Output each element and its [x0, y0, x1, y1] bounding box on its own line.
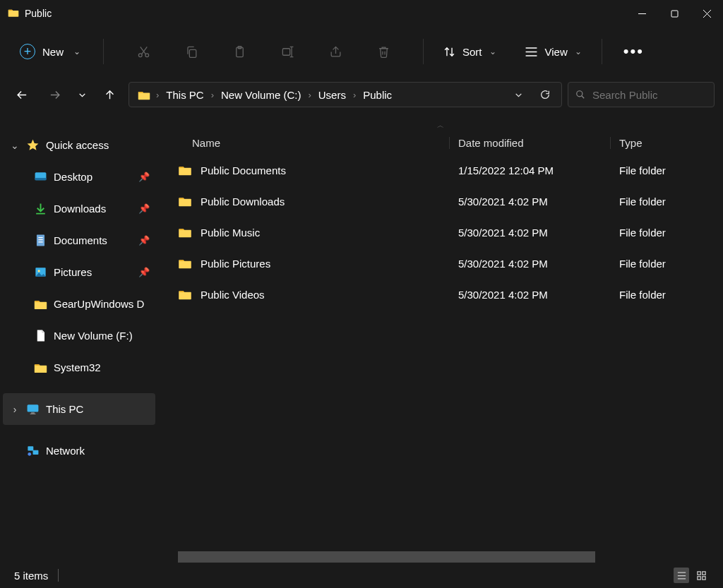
svg-rect-10 — [37, 235, 44, 246]
sidebar-item-downloads[interactable]: Downloads 📌 — [0, 193, 158, 224]
forward-button[interactable] — [41, 81, 68, 108]
refresh-button[interactable] — [533, 83, 557, 107]
file-name: Public Videos — [201, 289, 265, 301]
breadcrumb[interactable]: Users — [314, 86, 350, 104]
pin-icon: 📌 — [138, 172, 150, 182]
search-input[interactable] — [592, 89, 707, 101]
details-view-button[interactable] — [674, 568, 689, 583]
file-date: 5/30/2021 4:02 PM — [450, 227, 611, 239]
search-box[interactable] — [568, 82, 715, 107]
file-pane: ︿ Name Date modified Type Public Documen… — [158, 124, 723, 563]
address-dropdown[interactable] — [506, 83, 530, 107]
file-icon — [34, 329, 47, 342]
chevron-down-icon[interactable]: ⌄ — [10, 140, 20, 151]
cut-button[interactable] — [133, 42, 153, 61]
file-date: 5/30/2021 4:02 PM — [450, 258, 611, 270]
svg-point-18 — [28, 452, 31, 456]
folder-icon — [178, 227, 192, 238]
sidebar-item-label: New Volume (F:) — [54, 330, 133, 342]
breadcrumb[interactable]: Public — [359, 86, 396, 104]
sort-label: Sort — [462, 46, 482, 58]
svg-rect-16 — [28, 446, 33, 450]
column-type[interactable]: Type — [611, 137, 643, 149]
sidebar: ⌄ Quick access Desktop 📌 Downloads 📌 Doc… — [0, 124, 158, 563]
sidebar-item-label: Documents — [54, 234, 107, 246]
table-row[interactable]: Public Documents1/15/2022 12:04 PMFile f… — [158, 155, 723, 186]
desktop-icon — [34, 170, 47, 184]
sidebar-item-desktop[interactable]: Desktop 📌 — [0, 161, 158, 193]
breadcrumb[interactable]: New Volume (C:) — [217, 86, 305, 104]
table-row[interactable]: Public Pictures5/30/2021 4:02 PMFile fol… — [158, 248, 723, 279]
file-type: File folder — [611, 289, 666, 301]
folder-icon — [8, 8, 19, 19]
scrollbar-thumb[interactable] — [178, 551, 595, 563]
plus-icon: + — [20, 44, 35, 59]
sidebar-this-pc[interactable]: › This PC — [3, 393, 155, 425]
svg-point-1 — [138, 53, 142, 56]
breadcrumb[interactable]: This PC — [162, 86, 208, 104]
paste-button[interactable] — [229, 42, 249, 61]
document-icon — [34, 234, 47, 247]
toolbar: + New ⌄ Sort ⌄ View ⌄ ••• — [0, 27, 723, 76]
item-count: 5 items — [14, 570, 48, 582]
horizontal-scrollbar[interactable] — [178, 551, 713, 563]
maximize-button[interactable] — [658, 0, 691, 27]
rename-button[interactable] — [277, 42, 297, 61]
file-type: File folder — [611, 164, 666, 176]
share-button[interactable] — [325, 42, 345, 61]
address-bar[interactable]: › This PC › New Volume (C:) › Users › Pu… — [129, 82, 562, 107]
history-dropdown[interactable] — [73, 81, 90, 108]
monitor-icon — [26, 402, 40, 416]
chevron-right-icon[interactable]: › — [10, 404, 20, 415]
svg-rect-6 — [282, 48, 289, 55]
sidebar-quick-access[interactable]: ⌄ Quick access — [0, 129, 158, 161]
star-icon — [26, 138, 40, 152]
up-button[interactable] — [96, 81, 123, 108]
back-button[interactable] — [8, 81, 35, 108]
close-button[interactable] — [691, 0, 723, 27]
scroll-hint-icon: ︿ — [158, 124, 723, 131]
delete-button[interactable] — [374, 42, 393, 61]
table-row[interactable]: Public Music5/30/2021 4:02 PMFile folder — [158, 217, 723, 248]
sidebar-item-pictures[interactable]: Pictures 📌 — [0, 256, 158, 288]
folder-icon — [34, 297, 47, 311]
svg-rect-17 — [33, 450, 39, 455]
svg-rect-14 — [31, 412, 35, 414]
sidebar-item-label: Pictures — [54, 266, 92, 278]
svg-rect-20 — [702, 571, 705, 574]
sidebar-item-documents[interactable]: Documents 📌 — [0, 224, 158, 256]
chevron-down-icon: ⌄ — [73, 47, 80, 56]
svg-rect-19 — [697, 571, 700, 574]
chevron-down-icon: ⌄ — [575, 47, 582, 56]
sidebar-item-new-volume-f[interactable]: New Volume (F:) — [0, 320, 158, 352]
sidebar-network[interactable]: › Network — [0, 435, 158, 467]
column-name[interactable]: Name — [158, 137, 450, 149]
table-row[interactable]: Public Downloads5/30/2021 4:02 PMFile fo… — [158, 186, 723, 217]
table-row[interactable]: Public Videos5/30/2021 4:02 PMFile folde… — [158, 279, 723, 310]
new-label: New — [42, 46, 64, 58]
chevron-down-icon: ⌄ — [489, 47, 496, 56]
sort-button[interactable]: Sort ⌄ — [439, 46, 501, 58]
sidebar-item-label: GearUpWindows D — [54, 298, 144, 310]
view-button[interactable]: View ⌄ — [520, 46, 586, 58]
copy-button[interactable] — [181, 42, 201, 61]
minimize-button[interactable] — [626, 0, 658, 27]
search-icon — [575, 89, 585, 100]
column-date[interactable]: Date modified — [450, 137, 611, 149]
file-name: Public Music — [201, 227, 260, 239]
thumbnails-view-button[interactable] — [693, 568, 709, 583]
file-list: Public Documents1/15/2022 12:04 PMFile f… — [158, 155, 723, 310]
network-icon — [26, 444, 40, 457]
more-button[interactable]: ••• — [618, 42, 650, 61]
file-name: Public Documents — [201, 164, 286, 176]
sidebar-item-gearupwindows[interactable]: GearUpWindows D — [0, 288, 158, 320]
chevron-right-icon: › — [353, 90, 356, 100]
folder-icon — [178, 196, 192, 207]
view-label: View — [545, 46, 568, 58]
file-date: 5/30/2021 4:02 PM — [450, 196, 611, 208]
sidebar-item-system32[interactable]: System32 — [0, 352, 158, 383]
new-button[interactable]: + New ⌄ — [13, 40, 88, 64]
title-bar: Public — [0, 0, 723, 27]
status-bar: 5 items — [0, 563, 723, 588]
file-date: 1/15/2022 12:04 PM — [450, 164, 611, 176]
